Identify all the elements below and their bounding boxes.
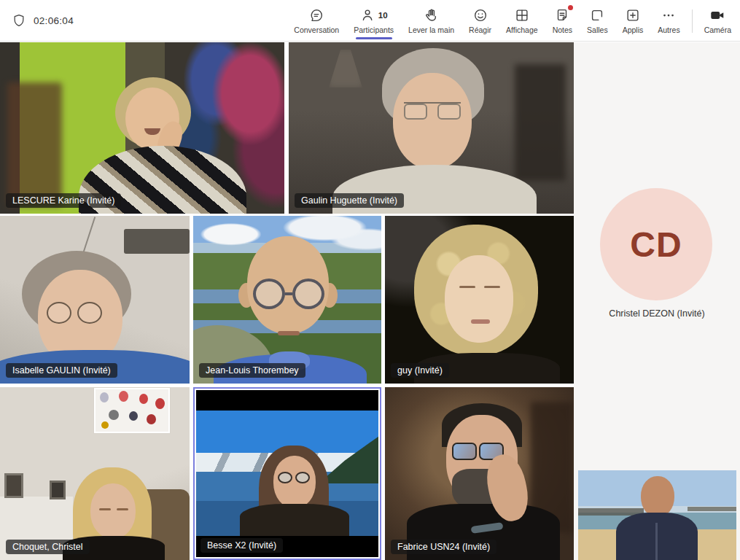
apps-label: Applis <box>623 26 644 34</box>
participant-nametag: Jean-Louis Thorembey <box>199 363 305 378</box>
shield-icon <box>12 13 26 28</box>
participant-mouth <box>471 319 490 324</box>
video-tile-isabelle-gaulin[interactable]: Isabelle GAULIN (Invité) <box>0 216 190 384</box>
notes-label: Notes <box>553 26 572 34</box>
more-button[interactable]: Autres <box>650 0 687 42</box>
participant-nametag: Isabelle GAULIN (Invité) <box>6 363 117 378</box>
more-icon <box>661 7 677 23</box>
avatar-initials: CD <box>630 225 682 265</box>
video-tile-lescure-karine[interactable]: LESCURE Karine (Invité) <box>0 42 284 214</box>
meeting-timer: 02:06:04 <box>34 15 74 26</box>
chat-icon <box>308 7 324 23</box>
participant-eye <box>117 508 128 510</box>
background-shelf <box>515 64 566 181</box>
participant-eye <box>99 508 111 510</box>
raise-hand-button[interactable]: Lever la main <box>401 0 461 42</box>
avatar-participant-name: Christel DEZON (Invité) <box>574 308 740 319</box>
apps-button[interactable]: Applis <box>615 0 651 42</box>
react-button[interactable]: Réagir <box>461 0 499 42</box>
raise-hand-label: Lever la main <box>408 26 454 34</box>
self-zipper <box>655 523 658 560</box>
people-icon: 10 <box>360 7 388 23</box>
raise-hand-icon <box>424 7 440 23</box>
notes-button[interactable]: Notes <box>545 0 580 42</box>
video-tile-gaulin-huguette[interactable]: Gaulin Huguette (Invité) <box>289 42 574 214</box>
participant-nametag: Besse X2 (Invité) <box>200 538 283 553</box>
notes-notification-dot <box>568 5 573 10</box>
meeting-topbar: 02:06:04 Conversation <box>0 0 740 42</box>
letterboxed-video <box>196 411 378 536</box>
participant-body <box>240 504 349 536</box>
participants-button[interactable]: 10 Participants <box>346 0 401 42</box>
apps-icon <box>625 7 641 23</box>
background-handprint-art <box>93 387 171 434</box>
participant-glasses <box>47 302 102 324</box>
participant-face <box>445 255 513 343</box>
participant-face <box>393 73 472 169</box>
background-unit <box>124 229 190 254</box>
participants-active-underline <box>356 37 392 39</box>
grid-view-icon <box>514 7 530 23</box>
smiley-icon <box>472 7 488 23</box>
camera-label: Caméra <box>704 26 731 34</box>
participant-glasses <box>278 472 310 483</box>
rooms-label: Salles <box>587 26 608 34</box>
participant-eye <box>484 286 500 288</box>
rooms-button[interactable]: Salles <box>580 0 615 42</box>
participant-nametag: Fabrice USN24 (Invité) <box>391 540 496 554</box>
video-tile-besse-x2-speaking[interactable]: Besse X2 (Invité) <box>193 387 381 560</box>
meeting-toolbar: Conversation 10 Participants <box>287 0 739 42</box>
meeting-window: 02:06:04 Conversation <box>0 0 740 560</box>
camera-button[interactable]: Caméra <box>697 0 739 42</box>
participant-glasses <box>253 279 324 309</box>
video-tile-guy[interactable]: guy (Invité) <box>385 216 574 384</box>
chat-label: Conversation <box>294 26 339 34</box>
background-shelf <box>7 82 62 206</box>
toolbar-divider <box>692 9 693 33</box>
participant-nametag: LESCURE Karine (Invité) <box>6 193 121 208</box>
participants-label: Participants <box>354 26 394 34</box>
video-tile-fabrice-usn24[interactable]: Fabrice USN24 (Invité) <box>385 387 574 560</box>
more-label: Autres <box>658 26 679 34</box>
background-lamp <box>329 50 362 88</box>
self-head <box>641 476 674 517</box>
video-tile-jean-louis-thorembey[interactable]: Jean-Louis Thorembey <box>193 216 381 384</box>
video-tile-choquet-christel[interactable]: Choquet, Christel <box>0 387 190 560</box>
participant-nametag: guy (Invité) <box>391 363 449 378</box>
view-button[interactable]: Affichage <box>499 0 545 42</box>
view-label: Affichage <box>506 26 538 34</box>
background-photo-frame <box>4 473 23 498</box>
meeting-timer-group: 02:06:04 <box>12 13 74 28</box>
avatar-christel-dezon[interactable]: CD <box>600 188 712 300</box>
participant-eye <box>459 286 475 288</box>
self-view-tile[interactable] <box>578 470 736 560</box>
background-photo-frame <box>50 481 66 499</box>
background-pier <box>688 507 736 511</box>
participant-nametag: Choquet, Christel <box>6 540 90 554</box>
camera-icon <box>709 7 726 23</box>
participant-glasses <box>404 102 461 118</box>
participant-nametag: Gaulin Huguette (Invité) <box>295 193 404 208</box>
participants-count: 10 <box>378 11 388 20</box>
chat-button[interactable]: Conversation <box>287 0 346 42</box>
react-label: Réagir <box>469 26 491 34</box>
participant-mouth <box>278 331 300 335</box>
notes-icon <box>554 7 570 23</box>
participant-face <box>90 483 136 539</box>
breakout-rooms-icon <box>589 7 605 23</box>
